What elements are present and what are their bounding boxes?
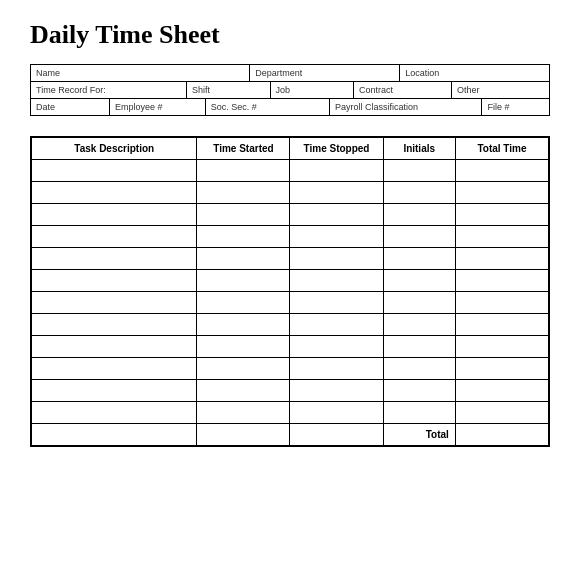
table-cell [32,226,197,248]
table-cell [290,270,383,292]
table-cell [197,160,290,182]
table-cell [455,292,548,314]
table-cell [290,292,383,314]
file-cell: File # [482,99,549,115]
table-row [32,226,549,248]
table-cell [455,160,548,182]
table-cell [383,160,455,182]
table-cell [197,336,290,358]
timerecord-cell: Time Record For: [31,82,187,98]
table-cell [290,314,383,336]
table-row [32,380,549,402]
table-row [32,248,549,270]
timerecord-label: Time Record For: [36,85,181,95]
table-cell [32,314,197,336]
table-cell [383,182,455,204]
table-cell [383,314,455,336]
table-cell [32,248,197,270]
task-header-row: Task Description Time Started Time Stopp… [32,138,549,160]
header-row-2: Time Record For: Shift Job Contract Othe… [31,82,549,99]
date-label: Date [36,102,104,112]
table-cell [383,204,455,226]
table-cell [197,248,290,270]
table-cell [455,336,548,358]
table-cell [32,182,197,204]
shift-cell: Shift [187,82,271,98]
table-cell [455,182,548,204]
table-cell [290,226,383,248]
total-cell [32,424,197,446]
task-section: Task Description Time Started Time Stopp… [30,136,550,447]
location-cell: Location [400,65,549,81]
col-total-header: Total Time [455,138,548,160]
table-cell [197,182,290,204]
table-cell [383,292,455,314]
table-cell [32,358,197,380]
table-row [32,336,549,358]
shift-label: Shift [192,85,265,95]
total-row: Total [32,424,549,446]
table-cell [383,226,455,248]
table-cell [383,248,455,270]
table-cell [197,292,290,314]
table-cell [383,358,455,380]
col-task-header: Task Description [32,138,197,160]
table-cell [455,226,548,248]
table-row [32,204,549,226]
table-cell [32,270,197,292]
total-cell [455,424,548,446]
table-cell [455,248,548,270]
date-cell: Date [31,99,110,115]
table-cell [197,270,290,292]
soc-cell: Soc. Sec. # [206,99,330,115]
other-cell: Other [452,82,549,98]
table-cell [383,270,455,292]
table-row [32,182,549,204]
page-title: Daily Time Sheet [30,20,550,50]
table-cell [197,402,290,424]
department-cell: Department [250,65,400,81]
table-cell [455,314,548,336]
table-cell [32,292,197,314]
location-label: Location [405,68,544,78]
file-label: File # [487,102,544,112]
table-cell [290,204,383,226]
col-started-header: Time Started [197,138,290,160]
table-cell [32,160,197,182]
table-cell [32,204,197,226]
table-cell [197,358,290,380]
table-row [32,358,549,380]
table-cell [455,380,548,402]
table-cell [455,204,548,226]
name-label: Name [36,68,244,78]
table-cell [290,358,383,380]
payroll-cell: Payroll Classification [330,99,482,115]
employee-cell: Employee # [110,99,206,115]
department-label: Department [255,68,394,78]
job-cell: Job [271,82,355,98]
table-cell [383,336,455,358]
table-cell [32,380,197,402]
table-cell [455,270,548,292]
table-cell [290,248,383,270]
other-label: Other [457,85,544,95]
table-cell [32,402,197,424]
total-cell [290,424,383,446]
contract-cell: Contract [354,82,452,98]
col-initials-header: Initials [383,138,455,160]
table-cell [455,358,548,380]
header-row-3: Date Employee # Soc. Sec. # Payroll Clas… [31,99,549,115]
name-cell: Name [31,65,250,81]
payroll-label: Payroll Classification [335,102,476,112]
table-cell [197,204,290,226]
total-label: Total [383,424,455,446]
table-row [32,314,549,336]
table-cell [32,336,197,358]
table-row [32,270,549,292]
table-row [32,402,549,424]
table-cell [455,402,548,424]
header-row-1: Name Department Location [31,65,549,82]
job-label: Job [276,85,349,95]
soc-label: Soc. Sec. # [211,102,324,112]
employee-label: Employee # [115,102,200,112]
